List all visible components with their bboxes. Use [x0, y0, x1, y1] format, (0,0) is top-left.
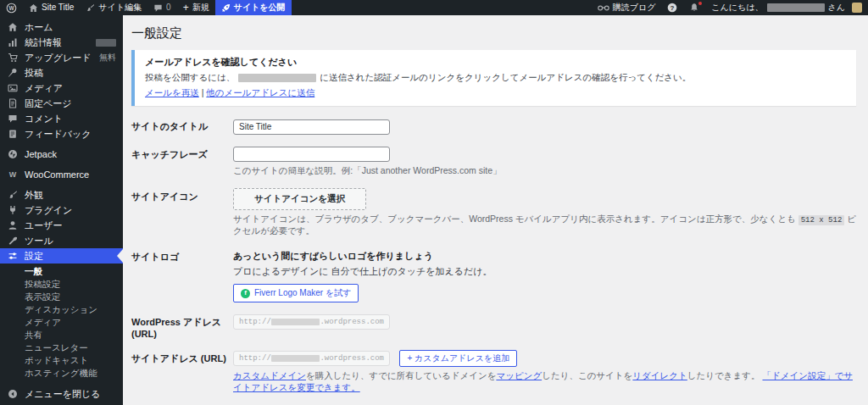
comment-icon	[7, 114, 19, 124]
wrench-icon	[7, 236, 19, 246]
site-address-desc-text: したり、このサイトを	[542, 370, 632, 380]
redirect-link[interactable]: リダイレクト	[632, 370, 687, 380]
wp-address-url-suffix: .wordpress.com	[320, 318, 384, 326]
sidebar-item-users[interactable]: ユーザー	[0, 218, 123, 233]
stats-sparkline	[96, 39, 116, 47]
site-title-row: サイトのタイトル	[131, 118, 856, 135]
site-title-label: サイトのタイトル	[131, 118, 233, 135]
svg-text:W: W	[9, 170, 17, 179]
admin-bar-edit-site[interactable]: サイト編集	[80, 0, 147, 15]
sidebar-subitem-media[interactable]: メディア	[0, 316, 123, 329]
wp-address-input: http://.wordpress.com	[233, 314, 390, 330]
sidebar-item-posts[interactable]: 投稿	[0, 65, 123, 80]
admin-bar-new-label: 新規	[192, 0, 209, 15]
sidebar-item-label: フィードバック	[25, 129, 92, 139]
admin-bar: W Site Title サイト編集 0 + 新規	[0, 0, 868, 15]
admin-bar-site-title-label: Site Title	[42, 0, 74, 15]
site-logo-row: サイトロゴ あっという間にすばらしいロゴを作りましょう プロによるデザインに 自…	[131, 248, 856, 302]
fiverr-button-label: Fiverr Logo Maker を試す	[254, 287, 351, 299]
sidebar-item-stats[interactable]: 統計情報	[0, 35, 123, 50]
sidebar-item-settings[interactable]: 設定	[0, 248, 123, 264]
free-badge: 無料	[99, 53, 116, 63]
sidebar-subitem-hosting[interactable]: ホスティング機能	[0, 367, 123, 380]
site-logo-subheading: プロによるデザインに 自分で仕上げのタッチを加えるだけ。	[233, 265, 856, 278]
collapse-menu-label: メニューを閉じる	[25, 389, 101, 399]
sidebar-subitem-sharing[interactable]: 共有	[0, 329, 123, 341]
admin-bar-new-button[interactable]: + 新規	[177, 0, 215, 15]
reader-button[interactable]: 購読ブログ	[592, 0, 662, 15]
notifications-button[interactable]	[683, 0, 705, 15]
site-address-description: カスタムドメインを購入したり、すでに所有しているドメインをマッピングしたり、この…	[233, 370, 856, 394]
sidebar-item-label: WooCommerce	[25, 169, 89, 180]
redacted-username	[767, 3, 825, 12]
admin-bar-edit-site-label: サイト編集	[98, 0, 142, 15]
sidebar-item-comments[interactable]: コメント	[0, 111, 123, 126]
sidebar-item-woocommerce[interactable]: W WooCommerce	[0, 167, 123, 182]
feedback-icon	[7, 129, 19, 139]
help-button[interactable]: ?	[661, 0, 683, 15]
sidebar: ホーム 統計情報 アップグレード 無料 投稿 メディア 固定ページ コメント	[0, 15, 123, 405]
sidebar-item-feedback[interactable]: フィードバック	[0, 126, 123, 141]
admin-bar-site-title[interactable]: Site Title	[23, 0, 80, 15]
wordpress-logo-icon: W	[6, 3, 17, 14]
sidebar-item-label: ホーム	[25, 22, 53, 32]
site-address-desc-text: を購入したり、すでに所有しているドメインを	[306, 370, 496, 380]
howdy-suffix: さん	[828, 0, 845, 15]
sidebar-item-upgrades[interactable]: アップグレード 無料	[0, 50, 123, 65]
sidebar-item-label: メディア	[25, 83, 63, 93]
sidebar-subitem-general[interactable]: 一般	[0, 265, 123, 278]
avatar	[852, 3, 862, 13]
redacted-email	[238, 74, 316, 82]
admin-bar-right: 購読ブログ ? こんにちは、 さん	[592, 0, 868, 15]
tagline-row: キャッチフレーズ このサイトの簡単な説明。例:「Just another Wor…	[131, 146, 856, 178]
site-address-input: http://.wordpress.com	[233, 351, 390, 366]
page-title: 一般設定	[131, 25, 856, 42]
sidebar-item-appearance[interactable]: 外観	[0, 187, 123, 202]
site-address-desc-text: したりできます。	[687, 370, 763, 380]
woocommerce-icon: W	[7, 169, 19, 180]
home-icon	[29, 3, 38, 13]
cart-icon	[7, 53, 19, 63]
resend-email-link[interactable]: メールを再送	[145, 87, 199, 97]
sidebar-item-label: ツール	[25, 236, 53, 246]
sidebar-item-plugins[interactable]: プラグイン	[0, 202, 123, 218]
help-icon: ?	[667, 3, 677, 13]
publish-site-button[interactable]: サイトを公開	[215, 0, 292, 15]
tagline-description: このサイトの簡単な説明。例:「Just another WordPress.co…	[233, 165, 856, 177]
site-title-input[interactable]	[233, 119, 390, 135]
sidebar-subitem-writing[interactable]: 投稿設定	[0, 278, 123, 291]
sidebar-item-tools[interactable]: ツール	[0, 233, 123, 248]
add-custom-address-button[interactable]: + カスタムアドレスを追加	[399, 350, 517, 367]
site-logo-heading: あっという間にすばらしいロゴを作りましょう	[233, 248, 856, 263]
sidebar-subitem-reading[interactable]: 表示設定	[0, 291, 123, 303]
sidebar-subitem-discussion[interactable]: ディスカッション	[0, 303, 123, 316]
wordpress-menu-button[interactable]: W	[0, 0, 23, 15]
home-icon	[7, 22, 19, 32]
account-menu[interactable]: こんにちは、 さん	[705, 0, 868, 15]
sidebar-subitem-newsletter[interactable]: ニュースレター	[0, 341, 123, 354]
howdy-prefix: こんにちは、	[711, 0, 763, 15]
redacted-subdomain	[271, 319, 320, 325]
reader-label: 購読ブログ	[613, 0, 656, 15]
tagline-input[interactable]	[233, 147, 390, 162]
custom-domain-link[interactable]: カスタムドメイン	[233, 370, 306, 380]
fiverr-logo-maker-button[interactable]: f Fiverr Logo Maker を試す	[233, 284, 359, 302]
collapse-menu-button[interactable]: メニューを閉じる	[0, 385, 123, 405]
sidebar-item-media[interactable]: メディア	[0, 80, 123, 96]
sidebar-item-jetpack[interactable]: Jetpack	[0, 147, 123, 162]
sidebar-subitem-podcast[interactable]: ポッドキャスト	[0, 354, 123, 367]
sidebar-item-label: コメント	[25, 114, 63, 124]
redacted-subdomain	[271, 355, 320, 362]
admin-bar-comments[interactable]: 0	[147, 0, 177, 15]
sidebar-item-pages[interactable]: 固定ページ	[0, 96, 123, 111]
site-address-url-prefix: http://	[239, 354, 271, 363]
sidebar-item-home[interactable]: ホーム	[0, 19, 123, 35]
send-other-address-link[interactable]: 他のメールアドレスに送信	[206, 87, 314, 97]
settings-submenu: 一般 投稿設定 表示設定 ディスカッション メディア 共有 ニュースレター ポッ…	[0, 264, 123, 382]
select-site-icon-button[interactable]: サイトアイコンを選択	[233, 188, 366, 210]
notification-dot	[698, 2, 702, 5]
mapping-link[interactable]: マッピング	[496, 370, 542, 380]
pin-icon	[7, 68, 19, 78]
jetpack-icon	[7, 149, 19, 159]
site-icon-row: サイトアイコン サイトアイコンを選択 サイトアイコンは、ブラウザのタブ、ブックマ…	[131, 188, 856, 237]
